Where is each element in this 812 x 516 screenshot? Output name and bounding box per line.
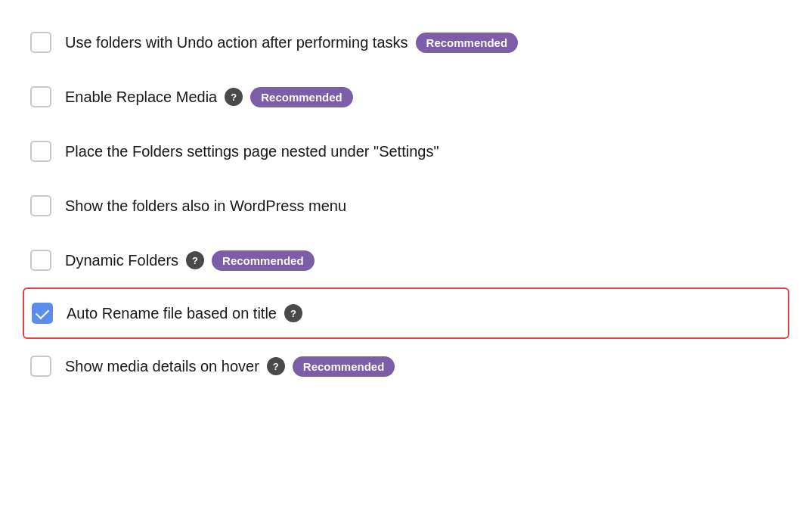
setting-label-show-folders-wordpress-menu: Show the folders also in WordPress menu — [65, 197, 346, 215]
checkbox-wrapper — [30, 86, 51, 107]
checkbox-wrapper — [30, 250, 51, 271]
checkbox-wrapper — [30, 195, 51, 216]
checkbox-wrapper — [30, 141, 51, 162]
setting-text-use-folders-undo: Use folders with Undo action after perfo… — [65, 34, 408, 51]
setting-item-show-media-details-hover: Show media details on hover?Recommended — [23, 339, 789, 393]
checkbox-wrapper — [32, 303, 53, 324]
help-icon-auto-rename-file[interactable]: ? — [284, 304, 302, 322]
setting-text-folders-settings-nested: Place the Folders settings page nested u… — [65, 143, 439, 160]
setting-label-folders-settings-nested: Place the Folders settings page nested u… — [65, 143, 439, 160]
help-icon-enable-replace-media[interactable]: ? — [225, 88, 243, 106]
setting-text-auto-rename-file: Auto Rename file based on title — [67, 305, 277, 322]
settings-list: Use folders with Undo action after perfo… — [23, 15, 789, 393]
checkbox-folders-settings-nested[interactable] — [30, 141, 51, 162]
recommended-badge-dynamic-folders: Recommended — [212, 250, 315, 271]
help-icon-dynamic-folders[interactable]: ? — [186, 251, 204, 269]
setting-label-dynamic-folders: Dynamic Folders?Recommended — [65, 250, 315, 271]
checkbox-wrapper — [30, 356, 51, 377]
setting-item-auto-rename-file: Auto Rename file based on title? — [23, 288, 789, 339]
checkbox-enable-replace-media[interactable] — [30, 86, 51, 107]
setting-text-enable-replace-media: Enable Replace Media — [65, 89, 217, 106]
setting-item-folders-settings-nested: Place the Folders settings page nested u… — [23, 124, 789, 179]
setting-item-dynamic-folders: Dynamic Folders?Recommended — [23, 233, 789, 288]
recommended-badge-use-folders-undo: Recommended — [416, 33, 519, 53]
setting-label-auto-rename-file: Auto Rename file based on title? — [67, 304, 302, 322]
recommended-badge-enable-replace-media: Recommended — [250, 87, 353, 107]
setting-text-show-folders-wordpress-menu: Show the folders also in WordPress menu — [65, 197, 346, 215]
checkbox-auto-rename-file[interactable] — [32, 303, 53, 324]
setting-item-show-folders-wordpress-menu: Show the folders also in WordPress menu — [23, 179, 789, 233]
checkbox-show-media-details-hover[interactable] — [30, 356, 51, 377]
checkbox-dynamic-folders[interactable] — [30, 250, 51, 271]
setting-item-enable-replace-media: Enable Replace Media?Recommended — [23, 70, 789, 124]
help-icon-show-media-details-hover[interactable]: ? — [267, 357, 285, 375]
setting-label-show-media-details-hover: Show media details on hover?Recommended — [65, 356, 395, 377]
checkbox-use-folders-undo[interactable] — [30, 32, 51, 53]
setting-item-use-folders-undo: Use folders with Undo action after perfo… — [23, 15, 789, 70]
setting-text-show-media-details-hover: Show media details on hover — [65, 358, 259, 375]
checkbox-show-folders-wordpress-menu[interactable] — [30, 195, 51, 216]
setting-text-dynamic-folders: Dynamic Folders — [65, 252, 178, 269]
checkbox-wrapper — [30, 32, 51, 53]
recommended-badge-show-media-details-hover: Recommended — [293, 356, 395, 377]
setting-label-enable-replace-media: Enable Replace Media?Recommended — [65, 87, 353, 107]
setting-label-use-folders-undo: Use folders with Undo action after perfo… — [65, 33, 518, 53]
